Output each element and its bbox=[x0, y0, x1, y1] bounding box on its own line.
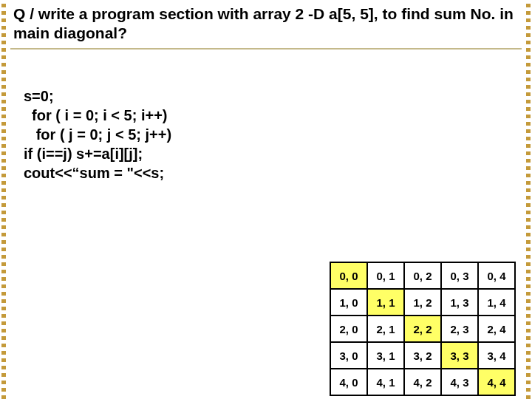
slide-content: Q / write a program section with array 2… bbox=[10, 3, 522, 396]
grid-cell-3-1: 3, 1 bbox=[367, 342, 404, 369]
grid-cell-4-0: 4, 0 bbox=[330, 369, 367, 395]
grid-cell-4-2: 4, 2 bbox=[404, 369, 441, 395]
decorative-right-strip bbox=[526, 0, 531, 399]
code-block: s=0; for ( i = 0; i < 5; i++) for ( j = … bbox=[24, 86, 522, 183]
grid-cell-0-1: 0, 1 bbox=[367, 262, 404, 289]
grid-cell-3-3: 3, 3 bbox=[441, 342, 478, 369]
grid-cell-4-3: 4, 3 bbox=[441, 369, 478, 395]
grid-cell-0-2: 0, 2 bbox=[404, 262, 441, 289]
grid-cell-4-4: 4, 4 bbox=[478, 369, 515, 395]
grid-cell-2-1: 2, 1 bbox=[367, 316, 404, 342]
decorative-left-strip bbox=[1, 0, 6, 399]
grid-cell-4-1: 4, 1 bbox=[367, 369, 404, 395]
grid-cell-2-2: 2, 2 bbox=[404, 316, 441, 342]
grid-cell-1-1: 1, 1 bbox=[367, 289, 404, 316]
grid-cell-3-0: 3, 0 bbox=[330, 342, 367, 369]
grid-cell-2-0: 2, 0 bbox=[330, 316, 367, 342]
grid-cell-1-0: 1, 0 bbox=[330, 289, 367, 316]
grid-cell-1-3: 1, 3 bbox=[441, 289, 478, 316]
grid-cell-1-2: 1, 2 bbox=[404, 289, 441, 316]
grid-cell-0-0: 0, 0 bbox=[330, 262, 367, 289]
grid-cell-1-4: 1, 4 bbox=[478, 289, 515, 316]
grid-cell-3-2: 3, 2 bbox=[404, 342, 441, 369]
grid-cell-2-3: 2, 3 bbox=[441, 316, 478, 342]
grid-cell-3-4: 3, 4 bbox=[478, 342, 515, 369]
question-heading: Q / write a program section with array 2… bbox=[10, 3, 522, 50]
grid-cell-0-4: 0, 4 bbox=[478, 262, 515, 289]
grid-cell-0-3: 0, 3 bbox=[441, 262, 478, 289]
index-grid: 0, 00, 10, 20, 30, 41, 01, 11, 21, 31, 4… bbox=[330, 262, 516, 396]
grid-cell-2-4: 2, 4 bbox=[478, 316, 515, 342]
